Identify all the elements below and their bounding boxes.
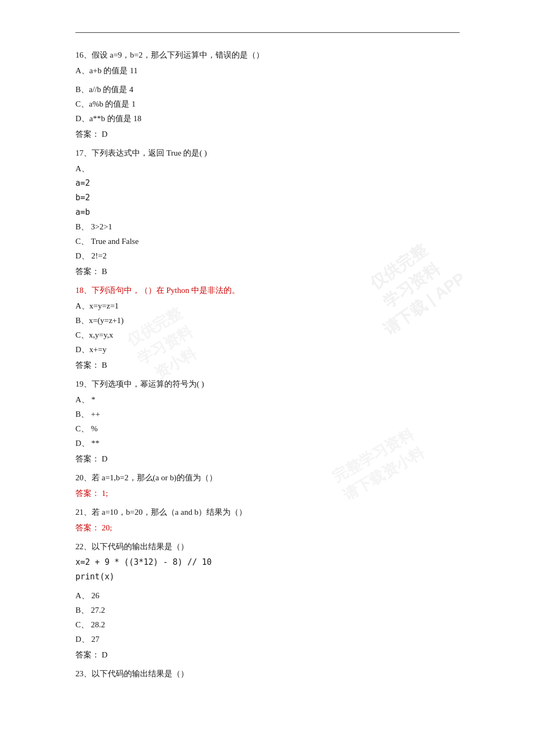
q18-optA: A、x=y=z=1	[75, 299, 460, 313]
q16-optD: D、a**b 的值是 18	[75, 111, 460, 126]
q17-code1: a=2	[75, 176, 460, 191]
q20-answer: 答案： 1;	[75, 486, 460, 501]
q19-optD: D、 **	[75, 436, 460, 451]
q17-answer: 答案： B	[75, 264, 460, 279]
question-22: 22、以下代码的输出结果是（） x=2 + 9 * ((3*12) - 8) /…	[75, 540, 460, 662]
q18-answer: 答案： B	[75, 358, 460, 373]
question-20: 20、若 a=1,b=2，那么(a or b)的值为（） 答案： 1;	[75, 471, 460, 501]
q22-code2: print(x)	[75, 570, 460, 584]
q17-optC: C、 True and False	[75, 234, 460, 249]
question-18: 18、下列语句中，（）在 Python 中是非法的。 A、x=y=z=1 B、x…	[75, 283, 460, 373]
q20-title: 20、若 a=1,b=2，那么(a or b)的值为（）	[75, 471, 460, 485]
q18-optD: D、x+=y	[75, 342, 460, 357]
content-area: 16、假设 a=9，b=2，那么下列运算中，错误的是（） A、a+b 的值是 1…	[75, 48, 460, 681]
q23-title: 23、以下代码的输出结果是（）	[75, 667, 460, 681]
q17-optA-label: A、	[75, 162, 460, 176]
q19-answer: 答案： D	[75, 452, 460, 466]
q17-code3: a=b	[75, 205, 460, 220]
question-17: 17、下列表达式中，返回 True 的是( ) A、 a=2 b=2 a=b B…	[75, 146, 460, 279]
page-container: 仅供完整学习资料请下载 | APP 仅供完整学习资料资小料 完整学习资料请下载资…	[0, 0, 535, 756]
q22-optD: D、 27	[75, 632, 460, 647]
q16-optA: A、a+b 的值是 11	[75, 64, 460, 78]
q18-optC: C、x,y=y,x	[75, 328, 460, 342]
question-23: 23、以下代码的输出结果是（）	[75, 667, 460, 681]
q17-optB: B、 3>2>1	[75, 220, 460, 234]
q22-title: 22、以下代码的输出结果是（）	[75, 540, 460, 554]
q18-title: 18、下列语句中，（）在 Python 中是非法的。	[75, 283, 460, 298]
q18-optB: B、x=(y=z+1)	[75, 313, 460, 328]
q17-code2: b=2	[75, 191, 460, 205]
q22-optB: B、 27.2	[75, 603, 460, 618]
q19-title: 19、下列选项中，幂运算的符号为( )	[75, 377, 460, 391]
question-19: 19、下列选项中，幂运算的符号为( ) A、 * B、 ++ C、 % D、 *…	[75, 377, 460, 466]
top-divider	[75, 32, 460, 33]
q22-optA: A、 26	[75, 589, 460, 603]
q22-answer: 答案： D	[75, 648, 460, 662]
q19-optA: A、 *	[75, 393, 460, 407]
q17-optD: D、 2!=2	[75, 249, 460, 263]
q16-optB: B、a//b 的值是 4	[75, 82, 460, 97]
question-16: 16、假设 a=9，b=2，那么下列运算中，错误的是（） A、a+b 的值是 1…	[75, 48, 460, 142]
q16-answer: 答案： D	[75, 127, 460, 142]
q16-optC: C、a%b 的值是 1	[75, 97, 460, 111]
q17-title: 17、下列表达式中，返回 True 的是( )	[75, 146, 460, 160]
q16-title: 16、假设 a=9，b=2，那么下列运算中，错误的是（）	[75, 48, 460, 62]
q21-answer: 答案： 20;	[75, 521, 460, 535]
q19-optC: C、 %	[75, 422, 460, 436]
q22-code1: x=2 + 9 * ((3*12) - 8) // 10	[75, 555, 460, 570]
q19-optB: B、 ++	[75, 407, 460, 422]
question-21: 21、若 a=10，b=20，那么（a and b）结果为（） 答案： 20;	[75, 505, 460, 535]
q21-title: 21、若 a=10，b=20，那么（a and b）结果为（）	[75, 505, 460, 520]
q22-optC: C、 28.2	[75, 618, 460, 632]
